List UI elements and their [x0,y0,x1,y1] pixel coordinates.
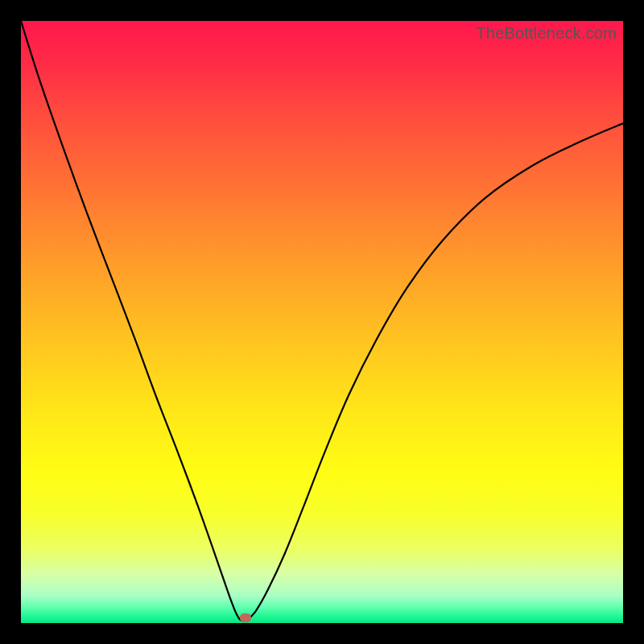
bottleneck-curve [21,21,623,623]
optimum-marker [240,613,251,622]
chart-frame: TheBottleneck.com [0,0,644,644]
plot-area: TheBottleneck.com [21,21,623,623]
